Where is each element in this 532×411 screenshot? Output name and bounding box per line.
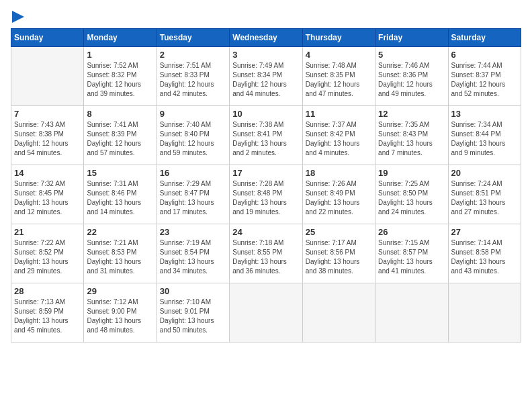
calendar-week-row-2: 7Sunrise: 7:43 AMSunset: 8:38 PMDaylight… [11,106,521,165]
day-number: 28 [14,286,81,296]
logo [11,11,24,23]
calendar-cell: 22Sunrise: 7:21 AMSunset: 8:53 PMDayligh… [84,224,157,283]
calendar-cell: 30Sunrise: 7:10 AMSunset: 9:01 PMDayligh… [157,283,229,342]
calendar-cell: 23Sunrise: 7:19 AMSunset: 8:54 PMDayligh… [157,224,229,283]
calendar-cell: 24Sunrise: 7:18 AMSunset: 8:55 PMDayligh… [230,224,302,283]
logo-arrow-icon [12,11,24,23]
calendar-cell: 9Sunrise: 7:40 AMSunset: 8:40 PMDaylight… [157,106,229,165]
calendar-cell: 7Sunrise: 7:43 AMSunset: 8:38 PMDaylight… [11,106,84,165]
calendar: SundayMondayTuesdayWednesdayThursdayFrid… [11,28,521,342]
day-number: 4 [306,50,372,60]
day-number: 17 [232,168,299,178]
day-number: 15 [87,168,153,178]
day-number: 7 [14,109,81,119]
cell-info: Sunrise: 7:28 AMSunset: 8:48 PMDaylight:… [232,179,299,217]
cell-info: Sunrise: 7:32 AMSunset: 8:45 PMDaylight:… [14,179,81,217]
day-number: 13 [451,109,518,119]
calendar-cell: 4Sunrise: 7:48 AMSunset: 8:35 PMDaylight… [302,47,375,106]
weekday-header-thursday: Thursday [302,29,375,47]
svg-marker-0 [12,11,24,23]
cell-info: Sunrise: 7:10 AMSunset: 9:01 PMDaylight:… [160,298,226,335]
day-number: 11 [306,109,372,119]
calendar-cell: 25Sunrise: 7:17 AMSunset: 8:56 PMDayligh… [302,224,375,283]
calendar-cell: 5Sunrise: 7:46 AMSunset: 8:36 PMDaylight… [375,47,448,106]
calendar-cell: 2Sunrise: 7:51 AMSunset: 8:33 PMDaylight… [157,47,229,106]
cell-info: Sunrise: 7:41 AMSunset: 8:39 PMDaylight:… [87,120,153,158]
day-number: 2 [160,50,226,60]
day-number: 29 [87,286,153,296]
calendar-cell: 21Sunrise: 7:22 AMSunset: 8:52 PMDayligh… [11,224,84,283]
cell-info: Sunrise: 7:25 AMSunset: 8:50 PMDaylight:… [378,179,445,217]
cell-info: Sunrise: 7:52 AMSunset: 8:32 PMDaylight:… [87,61,153,99]
calendar-cell: 28Sunrise: 7:13 AMSunset: 8:59 PMDayligh… [11,283,84,342]
weekday-header-friday: Friday [375,29,448,47]
day-number: 12 [378,109,445,119]
weekday-header-monday: Monday [84,29,157,47]
cell-info: Sunrise: 7:18 AMSunset: 8:55 PMDaylight:… [232,238,299,276]
cell-info: Sunrise: 7:44 AMSunset: 8:37 PMDaylight:… [451,61,518,99]
calendar-cell: 26Sunrise: 7:15 AMSunset: 8:57 PMDayligh… [375,224,448,283]
calendar-cell: 10Sunrise: 7:38 AMSunset: 8:41 PMDayligh… [230,106,302,165]
calendar-cell: 6Sunrise: 7:44 AMSunset: 8:37 PMDaylight… [448,47,521,106]
day-number: 9 [160,109,226,119]
cell-info: Sunrise: 7:14 AMSunset: 8:58 PMDaylight:… [451,238,518,276]
day-number: 19 [378,168,445,178]
day-number: 24 [232,227,299,237]
cell-info: Sunrise: 7:21 AMSunset: 8:53 PMDaylight:… [87,238,153,276]
day-number: 20 [451,168,518,178]
header [11,11,521,23]
day-number: 3 [232,50,299,60]
calendar-cell: 3Sunrise: 7:49 AMSunset: 8:34 PMDaylight… [230,47,302,106]
weekday-header-saturday: Saturday [448,29,521,47]
cell-info: Sunrise: 7:15 AMSunset: 8:57 PMDaylight:… [378,238,445,276]
weekday-header-row: SundayMondayTuesdayWednesdayThursdayFrid… [11,29,521,47]
calendar-cell [302,283,375,342]
cell-info: Sunrise: 7:17 AMSunset: 8:56 PMDaylight:… [306,238,372,276]
cell-info: Sunrise: 7:12 AMSunset: 9:00 PMDaylight:… [87,298,153,335]
day-number: 16 [160,168,226,178]
calendar-cell [230,283,302,342]
cell-info: Sunrise: 7:48 AMSunset: 8:35 PMDaylight:… [306,61,372,99]
cell-info: Sunrise: 7:40 AMSunset: 8:40 PMDaylight:… [160,120,226,158]
calendar-week-row-4: 21Sunrise: 7:22 AMSunset: 8:52 PMDayligh… [11,224,521,283]
day-number: 30 [160,286,226,296]
day-number: 25 [306,227,372,237]
calendar-cell: 15Sunrise: 7:31 AMSunset: 8:46 PMDayligh… [84,165,157,224]
cell-info: Sunrise: 7:34 AMSunset: 8:44 PMDaylight:… [451,120,518,158]
day-number: 23 [160,227,226,237]
cell-info: Sunrise: 7:24 AMSunset: 8:51 PMDaylight:… [451,179,518,217]
calendar-cell: 11Sunrise: 7:37 AMSunset: 8:42 PMDayligh… [302,106,375,165]
calendar-cell: 20Sunrise: 7:24 AMSunset: 8:51 PMDayligh… [448,165,521,224]
calendar-cell: 17Sunrise: 7:28 AMSunset: 8:48 PMDayligh… [230,165,302,224]
cell-info: Sunrise: 7:22 AMSunset: 8:52 PMDaylight:… [14,238,81,276]
day-number: 26 [378,227,445,237]
calendar-week-row-1: 1Sunrise: 7:52 AMSunset: 8:32 PMDaylight… [11,47,521,106]
calendar-cell: 29Sunrise: 7:12 AMSunset: 9:00 PMDayligh… [84,283,157,342]
day-number: 21 [14,227,81,237]
day-number: 5 [378,50,445,60]
weekday-header-sunday: Sunday [11,29,84,47]
calendar-cell: 12Sunrise: 7:35 AMSunset: 8:43 PMDayligh… [375,106,448,165]
calendar-cell: 27Sunrise: 7:14 AMSunset: 8:58 PMDayligh… [448,224,521,283]
day-number: 8 [87,109,153,119]
day-number: 27 [451,227,518,237]
cell-info: Sunrise: 7:43 AMSunset: 8:38 PMDaylight:… [14,120,81,158]
calendar-cell: 1Sunrise: 7:52 AMSunset: 8:32 PMDaylight… [84,47,157,106]
calendar-cell [375,283,448,342]
day-number: 14 [14,168,81,178]
cell-info: Sunrise: 7:26 AMSunset: 8:49 PMDaylight:… [306,179,372,217]
calendar-week-row-3: 14Sunrise: 7:32 AMSunset: 8:45 PMDayligh… [11,165,521,224]
cell-info: Sunrise: 7:51 AMSunset: 8:33 PMDaylight:… [160,61,226,99]
calendar-week-row-5: 28Sunrise: 7:13 AMSunset: 8:59 PMDayligh… [11,283,521,342]
calendar-cell [11,47,84,106]
calendar-cell: 16Sunrise: 7:29 AMSunset: 8:47 PMDayligh… [157,165,229,224]
calendar-cell: 18Sunrise: 7:26 AMSunset: 8:49 PMDayligh… [302,165,375,224]
cell-info: Sunrise: 7:38 AMSunset: 8:41 PMDaylight:… [232,120,299,158]
cell-info: Sunrise: 7:19 AMSunset: 8:54 PMDaylight:… [160,238,226,276]
cell-info: Sunrise: 7:29 AMSunset: 8:47 PMDaylight:… [160,179,226,217]
day-number: 6 [451,50,518,60]
calendar-cell: 14Sunrise: 7:32 AMSunset: 8:45 PMDayligh… [11,165,84,224]
cell-info: Sunrise: 7:31 AMSunset: 8:46 PMDaylight:… [87,179,153,217]
day-number: 22 [87,227,153,237]
calendar-cell: 13Sunrise: 7:34 AMSunset: 8:44 PMDayligh… [448,106,521,165]
